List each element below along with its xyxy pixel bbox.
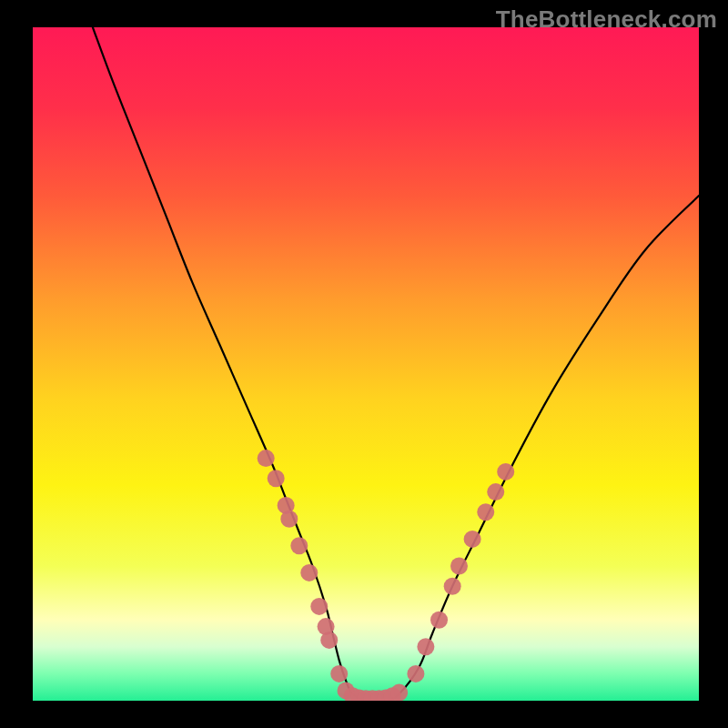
data-marker [320, 632, 338, 649]
data-marker [268, 470, 285, 487]
chart-svg [33, 27, 699, 701]
data-marker [417, 638, 434, 655]
data-marker [477, 503, 494, 521]
data-marker [487, 483, 504, 500]
data-marker [330, 665, 348, 682]
data-marker [310, 598, 328, 615]
chart-frame: TheBottleneck.com [0, 0, 728, 728]
data-marker [407, 665, 424, 682]
data-marker [280, 511, 298, 528]
gradient-background [33, 27, 699, 701]
plot-area [33, 27, 699, 701]
data-marker [258, 450, 275, 467]
data-marker [390, 684, 408, 701]
data-marker [464, 531, 481, 548]
data-marker [290, 537, 308, 554]
data-marker [497, 463, 514, 480]
data-marker [300, 564, 318, 581]
data-marker [444, 578, 461, 595]
data-marker [450, 558, 468, 575]
data-marker [430, 612, 448, 629]
